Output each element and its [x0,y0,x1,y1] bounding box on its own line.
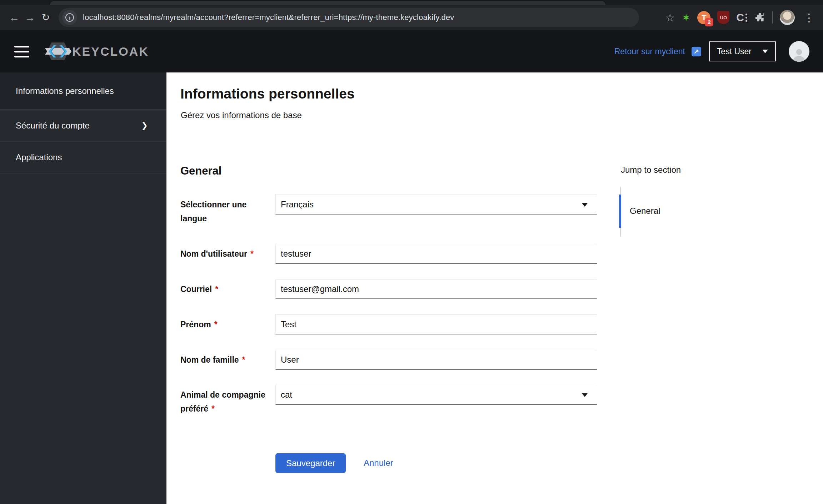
field-value: testuser [276,244,597,263]
select-caret-icon [582,203,588,207]
form-field-row: Prénom* Test [180,314,598,334]
sidebar-item-account-security[interactable]: Sécurité du compte ❯ [0,109,166,141]
keycloak-logo[interactable]: KEYCLOAK [44,40,149,62]
section-heading: General [180,165,221,177]
extension-t-icon[interactable]: T 2 [697,11,710,24]
form-field-row: Nom de famille* User [180,350,598,370]
required-asterisk: * [211,404,215,413]
field-value: User [276,350,597,369]
field-label: Courriel* [180,282,269,296]
required-asterisk: * [250,249,254,258]
user-menu-label: Test User [717,47,752,56]
sidebar-item-applications[interactable]: Applications [0,141,166,173]
browser-profile-avatar[interactable] [780,10,795,25]
extension-t-badge: 2 [705,18,713,26]
field-value: Français [276,195,597,214]
extension-c-icon[interactable]: C [736,11,747,24]
form-field-row: Nom d'utilisateur* testuser [180,244,598,264]
email-input[interactable]: testuser@gmail.com [275,279,597,299]
main-content: Informations personnelles Gérez vos info… [166,72,823,504]
caret-down-icon [762,50,768,53]
page-title: Informations personnelles [180,86,355,102]
chevron-right-icon: ❯ [141,121,148,130]
address-bar[interactable]: i localhost:8080/realms/myrealm/account?… [59,8,639,27]
sidebar-nav: Informations personnelles Sécurité du co… [0,72,166,504]
back-icon[interactable]: ← [6,10,22,25]
site-info-icon[interactable]: i [62,10,77,25]
user-menu-dropdown[interactable]: Test User [709,41,776,61]
save-button[interactable]: Sauvegarder [275,453,346,473]
sidebar-item-personal-info[interactable]: Informations personnelles [0,72,166,109]
sidebar-item-label: Informations personnelles [16,86,114,96]
language-select[interactable]: Français [275,195,597,215]
browser-toolbar: ← → ↻ i localhost:8080/realms/myrealm/ac… [0,5,823,30]
extension-c-letter: C [736,11,744,24]
forward-icon[interactable]: → [22,10,38,25]
field-value: cat [276,385,597,404]
required-asterisk: * [242,355,245,364]
field-value: Test [276,315,597,334]
field-label: Sélectionner une langue [180,198,269,226]
jump-link-general[interactable]: General [630,206,660,216]
username-input[interactable]: testuser [275,244,597,264]
screen: ← → ↻ i localhost:8080/realms/myrealm/ac… [0,0,823,504]
extension-c-dots [745,14,747,22]
field-label: Nom de famille* [180,353,269,367]
keycloak-logo-text: KEYCLOAK [72,45,149,59]
page-subtitle: Gérez vos informations de base [181,110,302,120]
jump-links-current-indicator [619,195,621,228]
sidebar-item-label: Applications [16,152,62,162]
keycloak-logo-mark [44,40,71,62]
app-header: KEYCLOAK Retour sur myclient ↗ Test User [0,30,823,72]
ublock-origin-icon[interactable]: UO [717,11,729,24]
extension-green-star-icon[interactable]: ✶ [682,11,690,24]
field-label: Nom d'utilisateur* [180,247,269,261]
cancel-link[interactable]: Annuler [364,458,393,468]
required-asterisk: * [214,320,218,329]
extensions-puzzle-icon[interactable] [754,12,765,23]
form-field-row: Courriel* testuser@gmail.com [180,279,598,299]
sidebar-item-label: Sécurité du compte [16,121,90,131]
required-asterisk: * [215,284,218,294]
browser-menu-icon[interactable]: ⋮ [802,11,817,24]
jump-to-section-title: Jump to section [621,165,681,175]
browser-chrome: ← → ↻ i localhost:8080/realms/myrealm/ac… [0,0,823,30]
header-right: Retour sur myclient ↗ Test User [614,41,823,62]
first-name-input[interactable]: Test [275,314,597,334]
last-name-input[interactable]: User [275,350,597,370]
external-link-icon: ↗ [692,47,701,56]
field-label: Prénom* [180,318,269,332]
field-label: Animal de compagnie préféré* [180,388,269,416]
form-field-row: Sélectionner une langue Français [180,195,598,215]
toolbar-divider [772,11,773,24]
field-value: testuser@gmail.com [276,279,597,298]
select-caret-icon [582,393,588,397]
toolbar-right-icons: ☆ ✶ T 2 UO C ⋮ [644,10,817,25]
referrer-back-link[interactable]: Retour sur myclient [614,47,685,56]
favorite-pet-select[interactable]: cat [275,385,597,405]
user-avatar[interactable] [789,41,809,62]
bookmark-star-icon[interactable]: ☆ [665,11,675,24]
hamburger-menu-icon[interactable] [14,46,29,57]
url-text: localhost:8080/realms/myrealm/account?re… [83,13,454,22]
form-field-row: Animal de compagnie préféré* cat [180,385,598,405]
reload-icon[interactable]: ↻ [38,10,54,25]
